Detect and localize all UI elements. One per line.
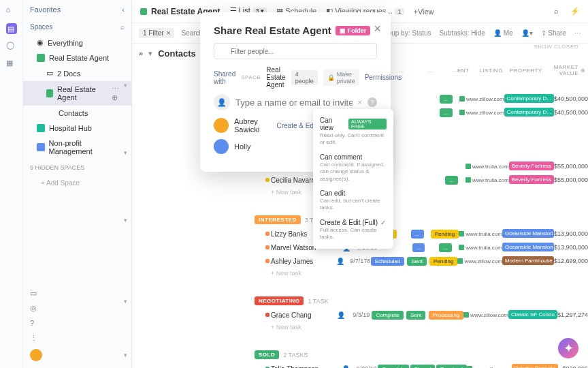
property-tag: Modern Farmhouse xyxy=(502,256,554,265)
item-more-icon[interactable]: ⋯ ⊕ xyxy=(112,85,125,102)
left-rail: ⌂ ▤ ◯ ▦ xyxy=(0,0,23,368)
listing-link[interactable]: www.trulia.com xyxy=(459,245,502,251)
assign-icon[interactable]: 👤 xyxy=(342,365,350,369)
space-icon xyxy=(37,124,45,132)
collapse-icon[interactable]: ‹ xyxy=(122,5,125,14)
status-dot xyxy=(265,232,270,236)
home-icon[interactable]: ⌂ xyxy=(6,5,17,16)
list-name: Contacts xyxy=(158,48,196,59)
subtotal: $40,499,000 xyxy=(132,279,588,292)
doc-icon: ▭ xyxy=(46,69,53,78)
help-icon[interactable]: ? xyxy=(30,319,39,328)
avatar-icon[interactable] xyxy=(30,349,42,361)
due-date: 9/3/19 xyxy=(350,311,372,318)
status-dot xyxy=(265,245,270,249)
sidebar: Favorites‹ Spaces⌕ ◉Everything Real Esta… xyxy=(23,0,132,368)
filter-chip[interactable]: 1 Filter× xyxy=(139,28,174,38)
share-button[interactable]: ⇪ Share xyxy=(541,29,566,37)
assignee-filter[interactable]: 👤▾ xyxy=(521,29,533,37)
due-date: 8/20/19 xyxy=(355,365,378,368)
favorites-header[interactable]: Favorites‹ xyxy=(23,0,131,19)
assign-icon[interactable]: 👤 xyxy=(336,258,344,265)
help-icon[interactable]: ? xyxy=(368,97,377,107)
sidebar-item[interactable]: ▭2 Docs xyxy=(23,65,131,81)
assign-icon[interactable]: 👤 xyxy=(337,311,345,319)
listing-link[interactable]: www.zillow.com xyxy=(467,366,512,369)
collapse-all-icon[interactable]: » xyxy=(139,49,143,57)
status-dot xyxy=(265,259,270,263)
group-header[interactable]: ▾NEGOTIATING1 TASK xyxy=(132,294,588,308)
clear-icon[interactable]: × xyxy=(358,98,362,106)
listing-link[interactable]: www.trulia.com xyxy=(459,231,502,237)
property-tag: Oceanside Mansion xyxy=(502,243,554,251)
fab-button[interactable]: ✦ xyxy=(558,338,578,358)
bolt-icon[interactable]: ⚡ xyxy=(570,7,580,16)
subtotal: $1,297,274 xyxy=(132,333,588,346)
sidebar-item[interactable]: Real Estate Agent⋯ ⊕ xyxy=(23,81,131,106)
sidebar-item[interactable]: Non-profit Management xyxy=(23,136,131,159)
add-column-icon[interactable]: ⊕ xyxy=(578,67,588,74)
permission-option[interactable]: Can editCan edit, but can't create tasks… xyxy=(313,186,393,215)
grid-icon[interactable]: ▦ xyxy=(6,59,17,70)
invite-input[interactable] xyxy=(235,97,353,108)
space-icon xyxy=(46,89,53,97)
task-row[interactable]: Talia Thompson👤 8/20/19 Complete Signed … xyxy=(132,362,588,368)
target-icon[interactable]: ◎ xyxy=(30,304,39,313)
permission-option[interactable]: Create & Edit (Full) ✓Full access. Can c… xyxy=(313,215,393,245)
hidden-spaces[interactable]: 9 HIDDEN SPACES xyxy=(23,159,131,177)
sidebar-item[interactable]: Hospital Hub xyxy=(23,121,131,136)
bell-icon[interactable]: ◯ xyxy=(6,41,17,52)
task-name: Talia Thompson👤 xyxy=(261,365,355,369)
globe-icon: ◉ xyxy=(37,38,44,47)
sidebar-item[interactable]: Real Estate Agent xyxy=(23,50,131,65)
close-icon[interactable]: × xyxy=(374,22,381,36)
due-date: 9/7/178 xyxy=(350,258,371,264)
search-icon[interactable]: ⌕ xyxy=(120,23,125,31)
doc-icon[interactable]: ▭ xyxy=(30,289,39,298)
folder-badge: ▣ Folder xyxy=(336,26,371,35)
view-tab[interactable]: +View xyxy=(414,7,434,16)
permission-option[interactable]: Can commentCan comment. If assigned, can… xyxy=(313,150,393,186)
property-tag: Beverly Fortress xyxy=(509,162,554,170)
listing-link[interactable]: www.zillow.com xyxy=(457,258,502,264)
make-private-button[interactable]: 🔒 Make private xyxy=(323,70,359,86)
invite-row: 👤 × ? xyxy=(214,94,377,110)
listing-link[interactable]: www.trulia.com xyxy=(466,164,509,170)
new-task[interactable]: + New task xyxy=(132,322,588,333)
listing-link[interactable]: www.zillow.com xyxy=(463,312,508,318)
status-dot xyxy=(265,178,270,182)
task-name: Grace Chang👤 xyxy=(261,311,350,319)
sidebar-item[interactable]: Contacts xyxy=(23,106,131,121)
more-icon[interactable]: ⋮ xyxy=(30,334,39,343)
search-icon[interactable]: ⌕ xyxy=(554,7,564,16)
shared-with-row: Shared with SPACE Real Estate Agent 4 pe… xyxy=(214,66,377,89)
property-tag: Contemporary D... xyxy=(504,108,554,117)
subtasks[interactable]: Subtasks: Hide xyxy=(440,29,485,37)
avatar xyxy=(214,118,229,133)
new-task[interactable]: + New task xyxy=(132,268,588,279)
show-closed[interactable]: SHOW CLOSED xyxy=(534,44,578,50)
listing-link[interactable]: www.zillow.com xyxy=(459,96,504,102)
permissions-link[interactable]: Permissions xyxy=(365,74,402,81)
property-tag: Rancho Bernado xyxy=(512,364,558,369)
more-icon[interactable]: ⋯ xyxy=(574,29,581,37)
sidebar-everything[interactable]: ◉Everything xyxy=(23,35,131,50)
permission-option[interactable]: Can view ALWAYS FREERead-only. Can't com… xyxy=(313,113,393,150)
market-value: $1,297,274 xyxy=(557,311,588,318)
filter-people-input[interactable] xyxy=(214,43,377,59)
chevron-down-icon[interactable]: ▾ xyxy=(148,49,152,58)
property-tag: Contemporary D... xyxy=(504,94,554,103)
add-space[interactable]: + Add Space xyxy=(23,177,131,189)
listing-link[interactable]: www.zillow.com xyxy=(459,110,504,116)
property-tag: Classic SF Condo xyxy=(508,310,557,319)
me-filter[interactable]: 👤 Me xyxy=(493,29,513,37)
market-value: $40,500,000 xyxy=(554,109,588,116)
task-row[interactable]: Ashley James👤 9/7/178 Scheduled Sent Pen… xyxy=(132,254,588,268)
listing-link[interactable]: www.trulia.com xyxy=(466,177,509,183)
group-header[interactable]: ▾SOLD2 TASKS xyxy=(132,348,588,362)
space-icon xyxy=(37,54,45,62)
book-icon[interactable]: ▤ xyxy=(6,23,17,34)
close-icon[interactable]: × xyxy=(167,29,171,37)
market-value: $830,085 xyxy=(558,365,588,368)
task-row[interactable]: Grace Chang👤 9/3/19 Complete Sent Proces… xyxy=(132,308,588,322)
